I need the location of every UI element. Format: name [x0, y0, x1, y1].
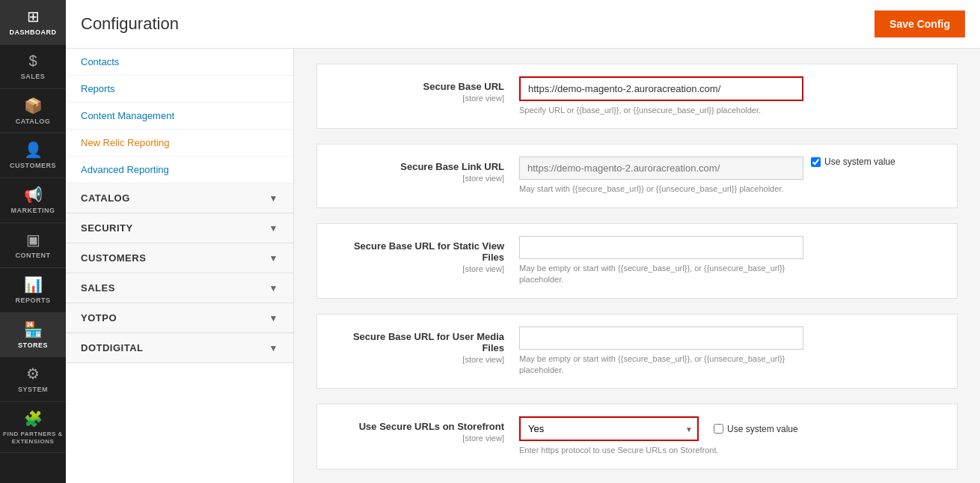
- left-panel: Contacts Reports Content Management New …: [66, 49, 294, 483]
- select-wrapper-storefront: Yes No Use system value: [519, 416, 942, 441]
- content-wrapper: Contacts Reports Content Management New …: [66, 49, 980, 483]
- left-panel-section-catalog[interactable]: CATALOG ▼: [66, 183, 293, 213]
- config-control-secure-base-url-static: May be empty or start with {{secure_base…: [519, 236, 942, 286]
- sidebar-item-dashboard[interactable]: ⊞ DASHBOARD: [0, 0, 66, 45]
- secure-base-link-url-input[interactable]: [519, 157, 803, 180]
- secure-base-url-hint: Specify URL or {{base_url}}, or {{unsecu…: [519, 105, 803, 116]
- sidebar-item-label: DASHBOARD: [10, 28, 57, 37]
- customers-icon: 👤: [24, 141, 43, 159]
- customers-section-label: CUSTOMERS: [81, 252, 146, 264]
- left-panel-content-management[interactable]: Content Management: [66, 103, 293, 130]
- find-partners-icon: 🧩: [24, 410, 43, 428]
- sidebar-item-label: SYSTEM: [18, 386, 48, 394]
- use-system-value-checkbox[interactable]: [811, 157, 821, 167]
- security-section-label: SECURITY: [81, 222, 133, 234]
- sidebar: ⊞ DASHBOARD $ SALES 📦 CATALOG 👤 CUSTOMER…: [0, 0, 66, 483]
- chevron-down-icon: ▼: [269, 223, 278, 234]
- config-label-secure-base-url: Secure Base URL [store view]: [332, 76, 519, 103]
- select-container-storefront: Yes No: [519, 416, 699, 441]
- reports-icon: 📊: [24, 276, 43, 294]
- config-label-use-secure-storefront: Use Secure URLs on Storefront [store vie…: [332, 416, 519, 443]
- config-row-secure-base-url: Secure Base URL [store view] Specify URL…: [316, 64, 958, 129]
- sidebar-item-system[interactable]: ⚙ SYSTEM: [0, 357, 66, 402]
- sidebar-item-label: REPORTS: [15, 297, 50, 305]
- left-panel-section-yotpo[interactable]: YOTPO ▼: [66, 303, 293, 333]
- catalog-icon: 📦: [24, 97, 43, 115]
- secure-base-url-media-hint: May be empty or start with {{secure_base…: [519, 353, 803, 377]
- config-row-secure-base-link-url: Secure Base Link URL [store view] Use sy…: [316, 144, 958, 207]
- config-label-secure-base-link-url: Secure Base Link URL [store view]: [332, 157, 519, 183]
- chevron-down-icon: ▼: [269, 343, 278, 353]
- left-panel-reports[interactable]: Reports: [66, 76, 293, 103]
- marketing-icon: 📢: [24, 186, 43, 204]
- dashboard-icon: ⊞: [27, 7, 40, 25]
- chevron-down-icon: ▼: [269, 313, 278, 323]
- config-control-secure-base-url-media: May be empty or start with {{secure_base…: [519, 326, 942, 377]
- sidebar-item-label: CUSTOMERS: [10, 162, 56, 170]
- left-panel-section-dotdigital[interactable]: DOTDIGITAL ▼: [66, 333, 293, 363]
- use-system-value-storefront-label: Use system value: [714, 424, 798, 434]
- main-content: Configuration Save Config Contacts Repor…: [66, 0, 980, 483]
- use-secure-storefront-hint: Enter https protocol to use Secure URLs …: [519, 445, 803, 456]
- left-panel-advanced-reporting[interactable]: Advanced Reporting: [66, 157, 293, 183]
- sales-section-label: SALES: [81, 282, 115, 294]
- content-icon: ▣: [26, 231, 40, 249]
- catalog-section-label: CATALOG: [81, 192, 130, 204]
- sidebar-item-customers[interactable]: 👤 CUSTOMERS: [0, 133, 66, 178]
- config-row-secure-base-url-static: Secure Base URL for Static View Files [s…: [316, 223, 958, 299]
- config-label-secure-base-url-static: Secure Base URL for Static View Files [s…: [332, 236, 519, 273]
- secure-base-link-row: Use system value: [519, 157, 942, 180]
- left-panel-contacts[interactable]: Contacts: [66, 49, 293, 76]
- left-panel-new-relic[interactable]: New Relic Reporting: [66, 130, 293, 157]
- config-control-use-secure-storefront: Yes No Use system value Enter https prot…: [519, 416, 942, 456]
- sidebar-item-sales[interactable]: $ SALES: [0, 45, 66, 89]
- page-header: Configuration Save Config: [66, 0, 980, 49]
- sidebar-item-label: FIND PARTNERS & EXTENSIONS: [3, 431, 63, 445]
- use-secure-storefront-select[interactable]: Yes No: [519, 416, 699, 441]
- config-row-use-secure-storefront: Use Secure URLs on Storefront [store vie…: [316, 404, 958, 469]
- secure-base-url-media-input[interactable]: [519, 326, 803, 350]
- yotpo-section-label: YOTPO: [81, 312, 117, 323]
- sidebar-item-label: STORES: [18, 341, 48, 350]
- config-label-secure-base-url-media: Secure Base URL for User Media Files [st…: [332, 326, 519, 364]
- left-panel-section-security[interactable]: SECURITY ▼: [66, 213, 293, 243]
- chevron-down-icon: ▼: [269, 253, 278, 264]
- secure-base-link-url-hint: May start with {{secure_base_url}} or {{…: [519, 183, 803, 195]
- secure-base-url-static-hint: May be empty or start with {{secure_base…: [519, 263, 803, 286]
- sidebar-item-label: CATALOG: [16, 118, 51, 126]
- chevron-down-icon: ▼: [269, 193, 278, 204]
- sidebar-item-label: CONTENT: [16, 252, 51, 260]
- system-icon: ⚙: [26, 365, 40, 383]
- config-control-secure-base-link-url: Use system value May start with {{secure…: [519, 157, 942, 195]
- sidebar-item-find-partners[interactable]: 🧩 FIND PARTNERS & EXTENSIONS: [0, 402, 66, 453]
- use-system-value-label: Use system value: [811, 157, 895, 167]
- sidebar-item-reports[interactable]: 📊 REPORTS: [0, 268, 66, 313]
- sidebar-item-catalog[interactable]: 📦 CATALOG: [0, 89, 66, 134]
- secure-base-url-input[interactable]: [519, 76, 803, 101]
- save-config-button[interactable]: Save Config: [875, 10, 965, 37]
- config-row-secure-base-url-media: Secure Base URL for User Media Files [st…: [316, 314, 958, 389]
- left-panel-section-customers[interactable]: CUSTOMERS ▼: [66, 243, 293, 273]
- sidebar-item-marketing[interactable]: 📢 MARKETING: [0, 178, 66, 223]
- sales-icon: $: [28, 52, 37, 70]
- stores-icon: 🏪: [24, 321, 43, 338]
- sidebar-item-content[interactable]: ▣ CONTENT: [0, 223, 66, 268]
- chevron-down-icon: ▼: [269, 283, 278, 294]
- sidebar-item-stores[interactable]: 🏪 STORES: [0, 313, 66, 358]
- config-control-secure-base-url: Specify URL or {{base_url}}, or {{unsecu…: [519, 76, 942, 116]
- secure-base-url-static-input[interactable]: [519, 236, 803, 259]
- sidebar-item-label: MARKETING: [11, 207, 55, 215]
- right-panel: Secure Base URL [store view] Specify URL…: [294, 49, 980, 483]
- dotdigital-section-label: DOTDIGITAL: [81, 342, 143, 353]
- left-panel-section-sales[interactable]: SALES ▼: [66, 273, 293, 303]
- page-title: Configuration: [81, 14, 179, 34]
- use-system-value-storefront-checkbox[interactable]: [714, 424, 723, 434]
- sidebar-item-label: SALES: [21, 73, 46, 81]
